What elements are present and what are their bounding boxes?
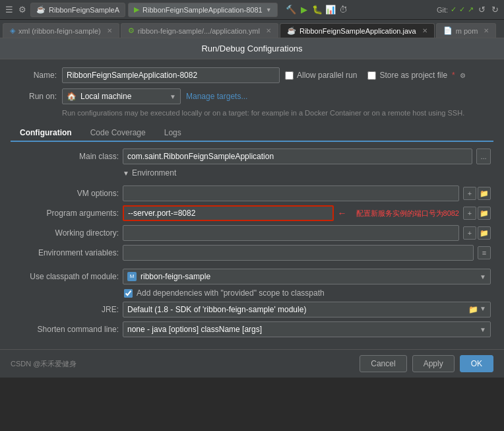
vm-options-folder-btn[interactable]: 📁	[478, 187, 491, 200]
jre-label: JRE:	[13, 305, 119, 314]
editor-tab-java[interactable]: ☕ RibbonFeignSampleApplication.java ✕	[280, 23, 435, 38]
add-deps-checkbox[interactable]	[124, 289, 133, 298]
collapse-arrow-icon[interactable]: ▼	[123, 170, 129, 177]
menu-icon[interactable]: ☰	[4, 5, 15, 15]
run-icon[interactable]: ▶	[299, 5, 309, 15]
jre-folder-icon[interactable]: 📁	[468, 305, 478, 314]
shorten-cmd-row: Shorten command line: none - java [optio…	[13, 321, 491, 337]
classpath-row: Use classpath of module: M ribbon-feign-…	[13, 269, 491, 284]
tab-java-label: RibbonFeignSampleApplication.java	[299, 27, 416, 35]
run-on-value: Local machine	[80, 92, 131, 101]
debug-icon[interactable]: 🐛	[312, 5, 323, 15]
run-on-row: Run on: 🏠 Local machine ▼ Manage targets…	[11, 88, 493, 104]
redo-button[interactable]: ↻	[489, 5, 500, 15]
hint-text: Run configurations may be executed local…	[62, 108, 493, 118]
store-project-checkbox[interactable]	[367, 71, 376, 80]
jre-row: JRE: Default (1.8 - SDK of 'ribbon-feign…	[13, 302, 491, 317]
checkbox-group: Allow parallel run Store as project file…	[285, 71, 493, 80]
program-args-add-btn[interactable]: +	[463, 207, 476, 220]
undo-button[interactable]: ↺	[476, 5, 487, 15]
cancel-button[interactable]: Cancel	[360, 355, 406, 372]
config-section: Main class: ... ▼ Environment VM options…	[11, 149, 493, 337]
ok-button[interactable]: OK	[460, 355, 493, 372]
ide-top-bar: ☰ ⚙ ☕ RibbonFeignSampleA ▶ RibbonFeignSa…	[0, 0, 504, 20]
shorten-cmd-label: Shorten command line:	[13, 325, 119, 334]
add-deps-row: Add dependencies with "provided" scope t…	[124, 288, 491, 298]
tab-pom-close[interactable]: ✕	[484, 27, 489, 34]
git-label: Git:	[437, 6, 448, 14]
run-tab-1-label: RibbonFeignSampleA	[49, 6, 119, 14]
dialog-body: Name: Allow parallel run Store as projec…	[0, 59, 504, 349]
profile-icon[interactable]: ⏱	[338, 5, 349, 15]
main-class-input[interactable]	[123, 149, 472, 164]
program-args-actions: + 📁	[463, 207, 491, 220]
add-deps-label: Add dependencies with "provided" scope t…	[137, 288, 325, 298]
build-icon[interactable]: 🔨	[286, 5, 296, 15]
run-on-label: Run on:	[11, 92, 57, 101]
run-tab-1[interactable]: ☕ RibbonFeignSampleA	[30, 3, 125, 17]
apply-button[interactable]: Apply	[412, 355, 455, 372]
tab-configuration[interactable]: Configuration	[11, 125, 81, 142]
git-check-2: ✓	[459, 5, 465, 14]
working-dir-actions: + 📁	[463, 226, 491, 240]
env-vars-input[interactable]	[123, 245, 474, 261]
classpath-dropdown[interactable]: M ribbon-feign-sample ▼	[123, 269, 491, 284]
shorten-cmd-dropdown[interactable]: none - java [options] className [args] ▼	[123, 321, 491, 337]
name-label: Name:	[11, 71, 57, 80]
jre-value: Default (1.8 - SDK of 'ribbon-feign-samp…	[127, 305, 306, 314]
annotation-arrow-icon: ←	[338, 208, 347, 218]
coverage-icon[interactable]: 📊	[325, 5, 336, 15]
main-class-browse-btn[interactable]: ...	[476, 149, 491, 164]
watermark-text: CSDN @禾禾爱健身	[11, 359, 77, 369]
tab-java-icon: ☕	[287, 26, 296, 35]
working-dir-folder-btn[interactable]: 📁	[478, 226, 491, 240]
name-input[interactable]	[62, 67, 280, 83]
store-project-label: Store as project file	[379, 71, 447, 80]
allow-parallel-checkbox[interactable]	[285, 71, 294, 80]
tab-pom-icon: 📄	[443, 26, 453, 35]
vm-options-add-btn[interactable]: +	[463, 187, 476, 200]
tab-xml-icon: ◈	[10, 26, 15, 35]
store-project-settings-icon[interactable]: ⚙	[460, 72, 466, 79]
run-tab-2[interactable]: ▶ RibbonFeignSampleApplication-8081 ▼	[128, 3, 278, 17]
tab-java-close[interactable]: ✕	[422, 27, 427, 34]
tab-code-coverage[interactable]: Code Coverage	[81, 125, 155, 141]
vm-options-actions: + 📁	[463, 187, 491, 200]
manage-targets-link[interactable]: Manage targets...	[186, 92, 247, 101]
vm-options-input[interactable]	[123, 185, 459, 201]
store-project-star: *	[452, 71, 455, 80]
annotation-text: 配置新服务实例的端口号为8082	[356, 209, 459, 218]
settings-icon[interactable]: ⚙	[17, 5, 28, 15]
name-row: Name: Allow parallel run Store as projec…	[11, 67, 493, 83]
run-debug-dialog: Run/Debug Configurations Name: Allow par…	[0, 38, 504, 378]
dialog-title: Run/Debug Configurations	[0, 38, 504, 59]
env-vars-edit-btn[interactable]: ≡	[478, 246, 491, 259]
machine-icon: 🏠	[67, 92, 77, 101]
program-args-input[interactable]	[123, 205, 334, 221]
working-dir-input[interactable]	[123, 225, 459, 241]
classpath-value: ribbon-feign-sample	[141, 272, 210, 281]
config-tabs: Configuration Code Coverage Logs	[11, 125, 493, 142]
main-class-row: Main class: ...	[13, 149, 491, 164]
program-args-folder-btn[interactable]: 📁	[478, 207, 491, 220]
environment-label: Environment	[132, 168, 176, 178]
environment-row: ▼ Environment	[13, 168, 491, 182]
working-dir-row: Working directory: + 📁	[13, 225, 491, 241]
editor-tab-yml[interactable]: ⚙ ribbon-feign-sample/.../application.ym…	[121, 23, 278, 38]
shorten-cmd-arrow-icon: ▼	[480, 326, 486, 333]
tab-pom-label: m pom	[456, 27, 478, 35]
tab-logs[interactable]: Logs	[155, 125, 191, 141]
tab-xml-close[interactable]: ✕	[107, 27, 112, 34]
program-args-label: Program arguments:	[13, 209, 119, 218]
git-check-1: ✓	[451, 5, 457, 14]
jre-arrow-icon[interactable]: ▼	[480, 305, 486, 314]
editor-tab-pom[interactable]: 📄 m pom ✕	[436, 23, 497, 38]
store-project-item: Store as project file * ⚙	[367, 71, 465, 80]
working-dir-add-btn[interactable]: +	[463, 226, 476, 240]
env-vars-label: Environment variables:	[13, 248, 119, 257]
run-on-dropdown[interactable]: 🏠 Local machine ▼	[62, 88, 181, 104]
editor-tab-xml[interactable]: ◈ xml (ribbon-feign-sample) ✕	[3, 23, 119, 38]
tab-yml-close[interactable]: ✕	[266, 27, 271, 34]
jre-dropdown[interactable]: Default (1.8 - SDK of 'ribbon-feign-samp…	[123, 302, 491, 317]
vm-options-label: VM options:	[13, 189, 119, 198]
